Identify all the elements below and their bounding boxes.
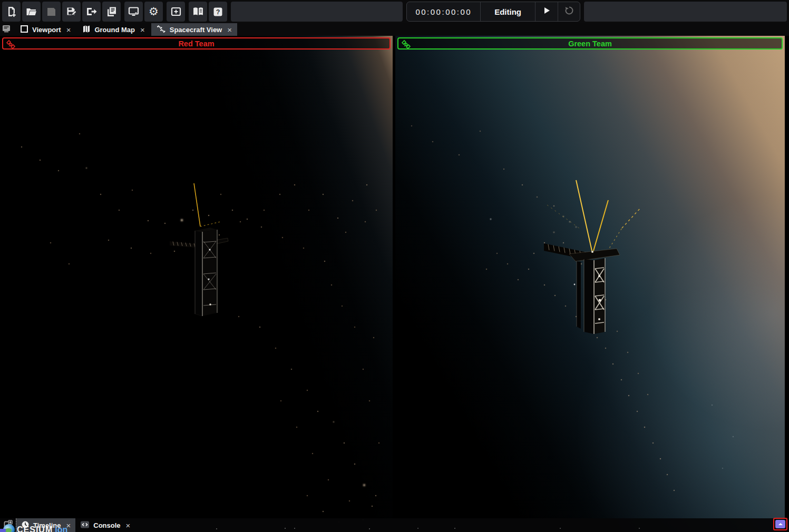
viewport-area: Red Team [0,36,789,532]
green-team-viewport[interactable]: Green Team [395,36,785,532]
toolbar-spacer-left [231,2,403,22]
city-lights [0,36,1,37]
view-button-group: ⚙ [124,2,163,22]
help-button-group: ? [189,2,227,22]
documentation-button[interactable] [189,2,207,22]
ion-wordmark: ion [55,525,67,532]
expand-panel-button[interactable] [775,520,785,528]
copy-pages-icon [106,6,117,17]
corner-fragment [0,529,6,532]
code-icon [80,520,90,530]
mode-label: Editing [481,2,535,21]
question-icon: ? [213,7,223,17]
add-view-button[interactable] [167,2,185,22]
panel-title: Red Team [178,40,214,48]
add-box-icon [171,6,181,17]
duplicate-button[interactable] [102,2,121,22]
viewport-tab-bar: Viewport × Ground Map × Spacecraft View … [0,23,789,36]
close-icon[interactable]: × [65,25,71,34]
panel-title: Green Team [568,40,612,48]
save-icon [46,7,56,17]
save-as-button[interactable] [62,2,81,22]
tab-console[interactable]: Console × [75,518,135,532]
satellite-icon [6,40,16,52]
display-button[interactable] [124,2,143,22]
red-team-spacecraft [169,178,237,326]
attribution-text-clipped [0,0,1,1]
book-icon [192,6,204,17]
close-icon[interactable]: × [226,25,232,34]
save-edit-icon [66,6,77,17]
map-icon [82,25,91,35]
play-icon [542,6,551,17]
cesium-wordmark: CESIUM [17,525,53,532]
time-controls: 00:00:00:00 Editing [406,2,580,22]
green-team-header: Green Team [397,37,783,50]
open-file-button[interactable] [22,2,41,22]
save-button[interactable] [42,2,61,22]
settings-button[interactable]: ⚙ [144,2,163,22]
panel-menu-button[interactable] [0,23,14,36]
satellite-icon [401,40,411,52]
new-file-button[interactable] [2,2,21,22]
file-button-group [2,2,121,22]
export-icon [86,6,97,17]
main-toolbar: ⚙ ? 00:00:00:00 Editing [0,0,789,23]
monitor-icon [128,6,139,17]
city-lights [395,36,396,37]
help-button[interactable]: ? [209,2,227,22]
green-team-spacecraft [543,176,648,334]
bottom-panel-bar: Timeline × Console × CESIUM ion [0,518,789,532]
tab-label: Ground Map [94,26,135,34]
tab-ground-map[interactable]: Ground Map × [77,23,150,36]
tab-label: Spacecraft View [170,26,222,34]
panel-button-group [167,2,185,22]
toolbar-spacer-right [584,2,787,22]
reset-button[interactable] [558,2,580,21]
red-team-header: Red Team [2,37,391,50]
tab-label: Console [93,521,120,529]
close-icon[interactable]: × [124,521,131,530]
panel-menu-icon [2,24,12,35]
expand-panel-highlight [773,518,787,530]
red-team-viewport[interactable]: Red Team [0,36,393,532]
window-icon [20,25,28,35]
chevron-up-icon [778,523,783,525]
play-button[interactable] [535,2,558,21]
cesium-ion-logo: CESIUM ion [3,524,67,532]
svg-text:?: ? [216,8,220,16]
satellites-icon [157,25,166,35]
gear-icon: ⚙ [149,6,159,17]
new-file-icon [6,6,17,17]
open-folder-icon [26,6,37,17]
close-icon[interactable]: × [139,25,145,34]
tab-spacecraft-view[interactable]: Spacecraft View × [151,23,237,36]
time-display: 00:00:00:00 [407,2,481,21]
export-button[interactable] [82,2,101,22]
tab-label: Viewport [32,26,61,34]
reset-icon [564,5,574,18]
tab-viewport[interactable]: Viewport × [15,23,76,36]
